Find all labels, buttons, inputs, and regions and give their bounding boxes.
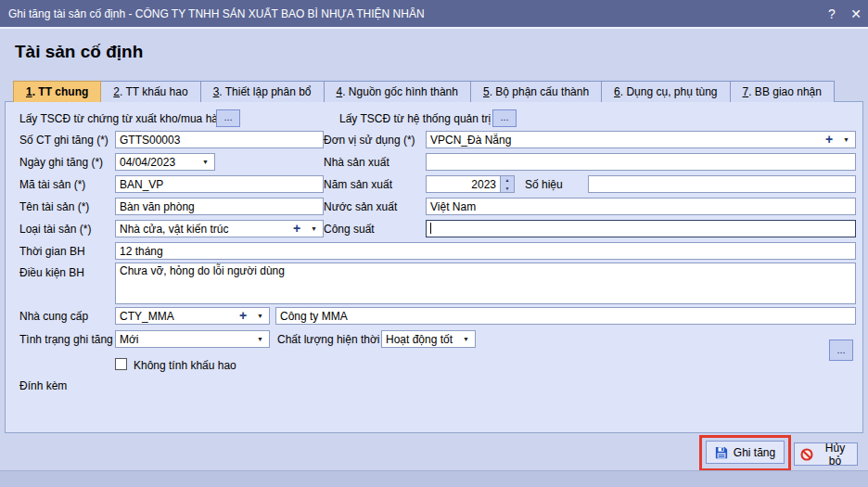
supplier-name-input[interactable] (275, 307, 856, 325)
manufacturer-input[interactable] (426, 153, 856, 171)
chevron-down-icon[interactable]: ▼ (197, 154, 214, 170)
quality-select[interactable]: Hoạt động tốt ▼ (381, 330, 476, 348)
no-depreciation-checkbox[interactable] (115, 358, 127, 370)
manufacturer-label: Nhà sản xuất (324, 156, 389, 169)
asset-type-label: Loại tài sản (*) (19, 223, 91, 236)
save-icon (715, 446, 728, 459)
record-date-picker[interactable]: 04/04/2023 ▼ (115, 153, 215, 171)
text-caret (430, 223, 431, 234)
production-year-stepper[interactable]: 2023 ▲▼ (426, 175, 515, 193)
country-input[interactable] (426, 198, 856, 215)
spin-up-icon[interactable]: ▲ (501, 176, 514, 185)
warranty-time-input[interactable] (115, 242, 856, 260)
tab-nguon-goc-hinh-thanh[interactable]: 4. Nguồn gốc hình thành (325, 81, 471, 102)
chevron-down-icon[interactable]: ▼ (251, 331, 269, 347)
cancel-button-label: Hủy bỏ (819, 442, 851, 468)
warranty-cond-label: Điều kiện BH (19, 266, 84, 279)
chevron-down-icon[interactable]: ▼ (457, 331, 475, 347)
bottom-strip (0, 470, 868, 487)
chevron-down-icon[interactable]: ▼ (837, 132, 855, 147)
usage-unit-label: Đơn vị sử dụng (*) (324, 134, 415, 147)
get-from-mgmt-browse-button[interactable]: ... (492, 109, 517, 127)
add-icon[interactable]: + (288, 221, 305, 237)
page-title: Tài sản cố định (15, 42, 143, 62)
get-from-stock-browse-button[interactable]: ... (216, 109, 240, 127)
asset-name-input[interactable] (115, 198, 324, 215)
doc-no-input[interactable] (115, 131, 324, 148)
tab-strip: 1. TT chung 2. TT khấu hao 3. Thiết lập … (13, 81, 835, 102)
capacity-input[interactable] (426, 220, 856, 237)
add-icon[interactable]: + (235, 308, 251, 324)
chevron-down-icon[interactable]: ▼ (305, 221, 323, 237)
warranty-time-label: Thời gian BH (19, 245, 85, 258)
tab-tt-khau-hao[interactable]: 2. TT khấu hao (101, 81, 200, 102)
serial-no-label: Số hiệu (525, 178, 563, 191)
window-title: Ghi tăng tài sản cố định - CÔNG TY TNHH … (0, 7, 820, 20)
tab-bb-giao-nhan[interactable]: 7. BB giao nhận (731, 81, 835, 102)
save-button-label: Ghi tăng (734, 446, 775, 459)
asset-type-combo[interactable]: Nhà cửa, vật kiến trúc + ▼ (115, 220, 324, 237)
production-year-label: Năm sản xuất (324, 178, 392, 191)
add-icon[interactable]: + (821, 132, 837, 147)
save-button[interactable]: Ghi tăng (706, 441, 785, 464)
highlight-rectangle: Ghi tăng (699, 435, 791, 471)
quality-label: Chất lượng hiện thời (277, 333, 380, 346)
asset-code-label: Mã tài sản (*) (19, 178, 85, 191)
tab-page-tt-chung: Lấy TSCĐ từ chứng từ xuất kho/mua hàng .… (5, 101, 863, 433)
more-browse-button[interactable]: ... (829, 340, 853, 361)
attachment-label: Đính kèm (19, 379, 67, 392)
help-icon[interactable]: ? (820, 6, 844, 21)
get-from-mgmt-label: Lấy TSCĐ từ hệ thống quản trị (339, 112, 491, 125)
usage-unit-combo[interactable]: VPCN_Đà Nẵng + ▼ (426, 131, 856, 148)
title-bar: Ghi tăng tài sản cố định - CÔNG TY TNHH … (0, 0, 868, 29)
doc-no-label: Số CT ghi tăng (*) (19, 134, 108, 147)
serial-no-input[interactable] (588, 175, 856, 193)
warranty-cond-textarea[interactable]: Chưa vỡ, hỏng do lỗi người dùng (115, 263, 856, 304)
cancel-button[interactable]: Hủy bỏ (794, 442, 858, 466)
close-icon[interactable]: ✕ (844, 6, 868, 21)
tab-tt-chung[interactable]: 1. TT chung (13, 81, 101, 102)
record-date-label: Ngày ghi tăng (*) (19, 156, 103, 169)
cancel-icon (800, 448, 813, 461)
supplier-code-combo[interactable]: CTY_MMA + ▼ (115, 307, 270, 325)
country-label: Nước sản xuất (324, 200, 397, 213)
asset-code-input[interactable] (115, 175, 324, 193)
no-depreciation-label: Không tính khấu hao (134, 359, 236, 372)
tab-bo-phan-cau-thanh[interactable]: 5. Bộ phận cấu thành (471, 81, 602, 102)
status-select[interactable]: Mới ▼ (115, 330, 270, 348)
status-label: Tình trạng ghi tăng (19, 333, 113, 346)
tab-dung-cu-phu-tung[interactable]: 6. Dụng cụ, phụ tùng (602, 81, 730, 102)
spin-down-icon[interactable]: ▼ (501, 185, 514, 193)
tab-thiet-lap-phan-bo[interactable]: 3. Thiết lập phân bổ (201, 81, 325, 102)
chevron-down-icon[interactable]: ▼ (251, 308, 269, 324)
get-from-stock-label: Lấy TSCĐ từ chứng từ xuất kho/mua hàng (19, 112, 230, 125)
capacity-label: Công suất (324, 223, 375, 236)
asset-name-label: Tên tài sản (*) (19, 200, 89, 213)
supplier-label: Nhà cung cấp (19, 310, 88, 323)
fixed-asset-dialog: Ghi tăng tài sản cố định - CÔNG TY TNHH … (0, 0, 868, 487)
